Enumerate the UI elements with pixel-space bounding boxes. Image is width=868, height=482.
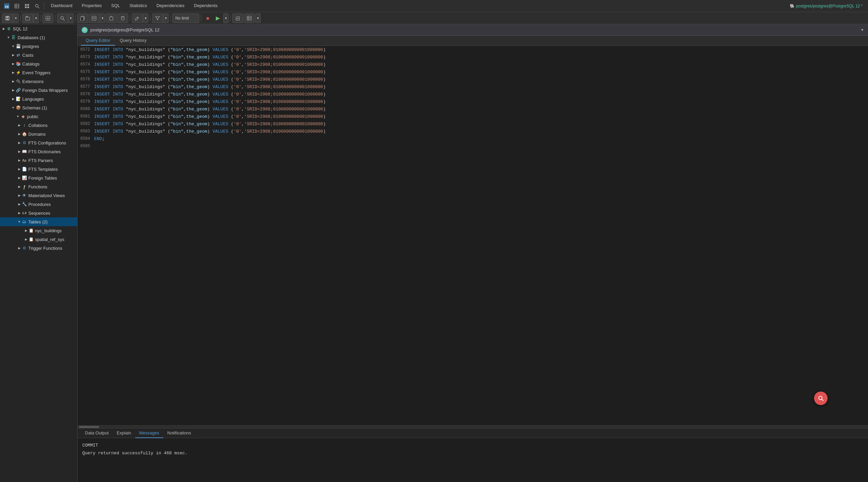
copy2-btn[interactable]	[89, 14, 99, 23]
postgres-label: postgres	[22, 44, 39, 49]
save-dropdown-btn[interactable]: ▼	[13, 14, 19, 23]
grid-icon-btn[interactable]	[22, 1, 32, 11]
extensions-chevron: ▶	[11, 79, 16, 84]
sidebar-item-languages[interactable]: ▶ 📝 Languages	[0, 95, 77, 103]
mat-views-label: Materialized Views	[28, 193, 65, 198]
svg-line-34	[822, 399, 823, 401]
tab-query-history[interactable]: Query History	[115, 35, 151, 46]
paste-btn[interactable]	[106, 14, 117, 23]
open-dropdown-btn[interactable]: ▼	[33, 14, 39, 23]
sidebar-item-event-triggers[interactable]: ▶ ⚡ Event Triggers	[0, 68, 77, 77]
sidebar-item-trigger-functions[interactable]: ▶ ⚙ Trigger Functions	[0, 244, 77, 252]
open-btn[interactable]	[22, 14, 33, 23]
edit-btn[interactable]	[132, 14, 143, 23]
div5	[130, 15, 130, 22]
foreign-tables-chevron: ▶	[17, 176, 22, 180]
tab-dashboard[interactable]: Dashboard	[46, 0, 77, 12]
sidebar-item-spatial-ref-sys[interactable]: ▶ 📋 spatial_ref_sys	[0, 235, 77, 244]
nyc-buildings-icon: 📋	[28, 228, 34, 233]
sidebar-item-fts-templates[interactable]: ▶ 📄 FTS Templates	[0, 165, 77, 173]
play-btn[interactable]: ▶	[213, 14, 223, 23]
tab-messages[interactable]: Messages	[135, 428, 163, 438]
line-number: 6576	[79, 77, 94, 82]
sidebar-item-fts-parsers[interactable]: ▶ Aa FTS Parsers	[0, 156, 77, 165]
filter-dropdown-btn[interactable]: ▼	[163, 14, 169, 23]
connection-tab-label[interactable]: 🐘 postgres/postgres@PostgreSQL 12 *	[790, 4, 866, 8]
sidebar-item-collations[interactable]: ▶ ↕ Collations	[0, 121, 77, 130]
tab-statistics[interactable]: Statistics	[125, 0, 152, 12]
fts-parsers-chevron: ▶	[17, 158, 22, 163]
domains-icon: 🏠	[22, 131, 27, 137]
search-icon-btn[interactable]	[32, 1, 42, 11]
tab-sql[interactable]: SQL	[107, 0, 125, 12]
sidebar-server[interactable]: ▶ 🖥 SQL 12	[0, 24, 77, 33]
sidebar-item-catalogs[interactable]: ▶ 📚 Catalogs	[0, 59, 77, 68]
save-btn[interactable]	[2, 14, 13, 23]
sidebar-item-public[interactable]: ▼ ◆ public	[0, 112, 77, 121]
separator-1	[44, 3, 44, 9]
sidebar-item-fts-configs[interactable]: ▶ ⚙ FTS Configurations	[0, 138, 77, 147]
edit-dropdown-btn[interactable]: ▼	[143, 14, 148, 23]
grid-view-btn[interactable]	[244, 14, 255, 23]
sidebar-item-extensions[interactable]: ▶ 🔌 Extensions	[0, 77, 77, 86]
sidebar-item-schemas[interactable]: ▼ 📦 Schemas (1)	[0, 103, 77, 112]
play-dropdown-btn[interactable]: ▼	[223, 14, 229, 23]
table-icon-btn[interactable]	[12, 1, 22, 11]
sidebar-item-fdw[interactable]: ▶ 🔗 Foreign Data Wrappers	[0, 86, 77, 95]
tab-dependents[interactable]: Dependents	[189, 0, 222, 12]
fdw-chevron: ▶	[11, 88, 16, 92]
code-editor[interactable]: 6572INSERT INTO "nyc_buildings" ("bin",t…	[78, 46, 868, 425]
sidebar-item-nyc-buildings[interactable]: ▶ 📋 nyc_buildings	[0, 226, 77, 235]
download-btn[interactable]	[42, 14, 53, 23]
top-toolbar: pg Dashboard Properties SQL Statistics D…	[0, 0, 868, 12]
explain-btn[interactable]	[232, 14, 243, 23]
sidebar-item-sequences[interactable]: ▶ 1.3 Sequences	[0, 209, 77, 217]
main-area: ▶ 🖥 SQL 12 ▼ 🗄 Databases (1) ▼ 💾 postgre…	[0, 24, 868, 482]
output-line: Query returned successfully in 468 msec.	[82, 449, 863, 457]
svg-rect-2	[15, 4, 19, 8]
sidebar-item-casts[interactable]: ▶ ⇄ Casts	[0, 51, 77, 59]
sidebar-item-fts-dicts[interactable]: ▶ 📖 FTS Dictionaries	[0, 147, 77, 156]
line-content: INSERT INTO "nyc_buildings" ("bin",the_g…	[94, 129, 326, 134]
sidebar-postgres[interactable]: ▼ 💾 postgres	[0, 42, 77, 51]
connection-name: postgres/postgres@PostgreSQL 12	[90, 27, 861, 32]
open-btn-group: ▼	[22, 14, 39, 23]
tab-notifications[interactable]: Notifications	[163, 428, 195, 438]
tab-query-editor[interactable]: Query Editor	[81, 35, 115, 46]
sidebar-item-tables[interactable]: ▼ 🗂 Tables (2)	[0, 217, 77, 226]
tab-explain[interactable]: Explain	[113, 428, 135, 438]
grid-dropdown-btn[interactable]: ▼	[255, 14, 261, 23]
sidebar-item-mat-views[interactable]: ▶ 👁 Materialized Views	[0, 191, 77, 200]
svg-text:pg: pg	[5, 5, 9, 8]
tab-data-output[interactable]: Data Output	[81, 428, 113, 438]
search-dropdown-btn[interactable]: ▼	[68, 14, 74, 23]
div7	[170, 15, 171, 22]
delete-btn[interactable]	[117, 14, 128, 23]
languages-chevron: ▶	[11, 97, 16, 101]
sidebar-item-domains[interactable]: ▶ 🏠 Domains	[0, 130, 77, 138]
copy-btn[interactable]	[77, 14, 88, 23]
sidebar-databases[interactable]: ▼ 🗄 Databases (1)	[0, 33, 77, 42]
procedures-icon: 🔧	[22, 202, 27, 207]
line-content: END;	[94, 136, 105, 141]
svg-rect-8	[25, 6, 27, 8]
line-content: INSERT INTO "nyc_buildings" ("bin",the_g…	[94, 47, 326, 52]
code-line: 6573INSERT INTO "nyc_buildings" ("bin",t…	[78, 53, 868, 61]
sidebar-item-foreign-tables[interactable]: ▶ 📊 Foreign Tables	[0, 173, 77, 182]
copy2-dropdown-btn[interactable]: ▼	[100, 14, 105, 23]
limit-select[interactable]: No limit 1000 rows 500 rows 100 rows	[172, 14, 199, 23]
search-toolbar-btn[interactable]	[57, 14, 68, 23]
sidebar-item-procedures[interactable]: ▶ 🔧 Procedures	[0, 200, 77, 209]
pgadmin-icon-btn[interactable]: pg	[2, 1, 11, 11]
tab-properties[interactable]: Properties	[77, 0, 107, 12]
code-scrollbar[interactable]	[78, 425, 868, 428]
sidebar-item-functions[interactable]: ▶ ƒ Functions	[0, 182, 77, 191]
search-fab-btn[interactable]	[814, 392, 828, 405]
connection-dropdown-arrow[interactable]: ▼	[861, 28, 864, 32]
filter-btn[interactable]	[152, 14, 163, 23]
scroll-thumb[interactable]	[79, 426, 99, 428]
tab-dependencies[interactable]: Dependencies	[152, 0, 189, 12]
line-content: INSERT INTO "nyc_buildings" ("bin",the_g…	[94, 55, 326, 60]
fts-dicts-chevron: ▶	[17, 149, 22, 154]
stop-btn[interactable]: ■	[203, 14, 212, 23]
